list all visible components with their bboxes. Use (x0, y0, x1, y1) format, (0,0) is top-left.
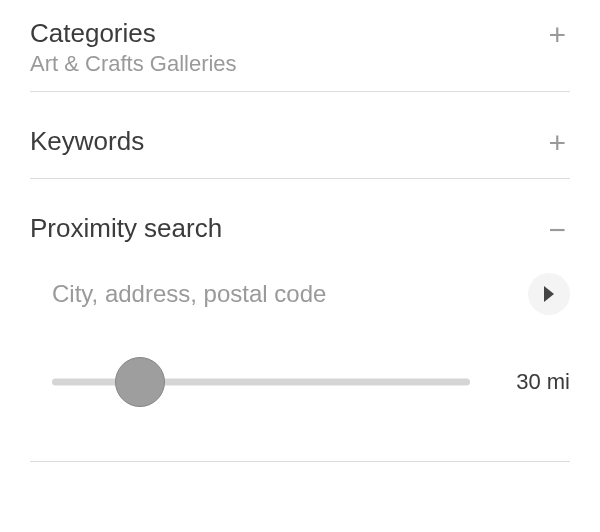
keywords-title: Keywords (30, 126, 144, 157)
categories-selected: Art & Crafts Galleries (30, 51, 237, 77)
filter-panel: Categories Art & Crafts Galleries + Keyw… (0, 0, 600, 429)
proximity-input-row (30, 273, 570, 315)
distance-slider[interactable] (52, 357, 470, 407)
divider (30, 461, 570, 462)
location-input[interactable] (30, 276, 510, 312)
play-icon (542, 285, 556, 303)
section-proximity: Proximity search − 30 mi (30, 179, 570, 429)
proximity-header[interactable]: Proximity search − (30, 213, 570, 245)
plus-icon[interactable]: + (544, 20, 570, 50)
distance-label: 30 mi (510, 369, 570, 395)
categories-header[interactable]: Categories Art & Crafts Galleries + (30, 18, 570, 77)
proximity-body: 30 mi (30, 245, 570, 407)
section-categories: Categories Art & Crafts Galleries + (30, 0, 570, 92)
slider-thumb[interactable] (115, 357, 165, 407)
submit-location-button[interactable] (528, 273, 570, 315)
minus-icon[interactable]: − (544, 215, 570, 245)
section-keywords: Keywords + (30, 92, 570, 179)
proximity-title: Proximity search (30, 213, 222, 244)
categories-title: Categories (30, 18, 237, 49)
keywords-header[interactable]: Keywords + (30, 126, 570, 158)
distance-slider-row: 30 mi (30, 357, 570, 407)
plus-icon[interactable]: + (544, 128, 570, 158)
categories-heading-block: Categories Art & Crafts Galleries (30, 18, 237, 77)
